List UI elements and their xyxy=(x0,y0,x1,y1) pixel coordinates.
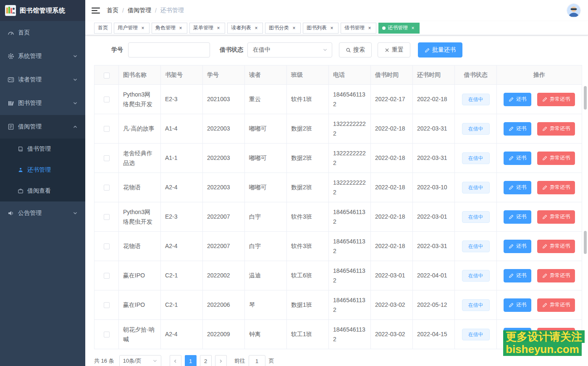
abnormal-return-button[interactable]: 异常还书 xyxy=(537,181,575,194)
tab[interactable]: 用户管理 × xyxy=(114,23,150,34)
tab[interactable]: 借书管理 × xyxy=(341,23,376,34)
edit-icon xyxy=(509,214,514,220)
tab-close-icon[interactable]: × xyxy=(215,25,221,31)
student-id-input[interactable] xyxy=(128,42,210,58)
tab-close-icon[interactable]: × xyxy=(329,25,335,31)
avatar[interactable] xyxy=(567,4,580,17)
cell-borrow-date: 2022-03-02 xyxy=(371,290,413,320)
cell-phone: 18465461132 xyxy=(329,290,371,320)
sidebar-item-system[interactable]: 系统管理 xyxy=(0,44,85,68)
scrollbar-thumb[interactable] xyxy=(584,231,587,254)
tab-close-icon[interactable]: × xyxy=(253,25,259,31)
abnormal-return-button[interactable]: 异常还书 xyxy=(537,152,575,165)
cell-book-name: Python3网络爬虫开发 xyxy=(119,202,161,232)
books-icon xyxy=(8,100,18,107)
abnormal-return-button[interactable]: 异常还书 xyxy=(537,93,575,106)
row-checkbox[interactable] xyxy=(104,185,110,191)
cell-book-name: 凡·高的故事 xyxy=(119,114,161,144)
row-checkbox[interactable] xyxy=(104,155,110,161)
search-button[interactable]: 搜索 xyxy=(339,42,372,58)
row-checkbox[interactable] xyxy=(104,126,110,132)
return-button[interactable]: 还书 xyxy=(504,122,531,136)
page-size-select[interactable]: 10条/页 xyxy=(119,355,161,366)
tab[interactable]: 图书分类 × xyxy=(265,23,301,34)
cell-borrow-date: 2022-02-18 xyxy=(371,202,413,232)
cell-class: 软工6班 xyxy=(287,261,329,290)
row-checkbox[interactable] xyxy=(104,302,110,308)
tab-label: 菜单管理 xyxy=(193,24,213,31)
cell-borrow-date: 2022-03-01 xyxy=(371,261,413,290)
tab[interactable]: 角色管理 × xyxy=(152,23,187,34)
tab-close-icon[interactable]: × xyxy=(410,25,416,31)
scrollbar-thumb[interactable] xyxy=(584,86,587,110)
breadcrumb-home[interactable]: 首页 xyxy=(107,7,118,14)
tab-close-icon[interactable]: × xyxy=(367,25,373,31)
tab-active-dot xyxy=(382,26,386,30)
cell-student-id: 2022003 xyxy=(203,173,245,202)
row-checkbox[interactable] xyxy=(104,97,110,102)
goto-page-input[interactable] xyxy=(249,355,265,366)
sidebar-item-lend-management[interactable]: 借书管理 xyxy=(0,139,85,159)
tab[interactable]: 图书列表 × xyxy=(303,23,339,34)
return-button[interactable]: 还书 xyxy=(504,152,531,165)
row-checkbox[interactable] xyxy=(104,332,110,337)
tab-close-icon[interactable]: × xyxy=(140,25,146,31)
return-button[interactable]: 还书 xyxy=(504,181,531,194)
return-button[interactable]: 还书 xyxy=(504,210,531,224)
select-all-checkbox[interactable] xyxy=(104,73,110,78)
tab[interactable]: 首页 xyxy=(94,23,112,34)
cell-reader: 琴 xyxy=(245,290,287,320)
cell-book-name: 赢在IPO xyxy=(119,290,161,320)
hamburger-icon[interactable] xyxy=(92,6,100,15)
cell-phone: 13222222222 xyxy=(329,173,371,202)
sidebar-item-books[interactable]: 图书管理 xyxy=(0,92,85,115)
tab-close-icon[interactable]: × xyxy=(178,25,184,31)
sidebar-item-return-management[interactable]: 还书管理 xyxy=(0,159,85,180)
reset-button[interactable]: 重置 xyxy=(378,42,410,58)
tab-close-icon[interactable]: × xyxy=(291,25,297,31)
return-button-label: 还书 xyxy=(516,184,526,191)
row-checkbox[interactable] xyxy=(104,214,110,220)
cell-return-date: 2022-02-18 xyxy=(413,85,455,114)
abnormal-return-button[interactable]: 异常还书 xyxy=(537,269,575,282)
cell-phone: 18465461132 xyxy=(329,320,371,349)
sidebar-item-borrowing[interactable]: 借阅管理 xyxy=(0,115,85,139)
status-badge: 在借中 xyxy=(462,241,490,252)
prev-page-button[interactable] xyxy=(170,355,181,366)
return-button[interactable]: 还书 xyxy=(504,93,531,106)
sidebar-item-announcements[interactable]: 公告管理 xyxy=(0,201,85,225)
batch-return-button[interactable]: 批量还书 xyxy=(418,42,462,58)
sidebar-item-readers[interactable]: 读者管理 xyxy=(0,68,85,92)
tab[interactable]: 读者列表 × xyxy=(227,23,263,34)
borrow-status-select[interactable]: 在借中 xyxy=(247,42,332,58)
cell-student-id: 2022006 xyxy=(203,290,245,320)
row-checkbox[interactable] xyxy=(104,243,110,249)
return-button[interactable]: 还书 xyxy=(504,298,531,312)
abnormal-return-button[interactable]: 异常还书 xyxy=(537,122,575,136)
row-checkbox[interactable] xyxy=(104,273,110,279)
cell-book-name: 花物语 xyxy=(119,173,161,202)
cell-shelf: E2-3 xyxy=(161,202,203,232)
tabs-bar: 首页 用户管理 × 角色管理 × 菜单管理 × 读者列表 × 图书分类 × 图书… xyxy=(85,21,588,35)
edit-icon xyxy=(542,97,548,102)
table-header-row: 图书名称 书架号 学号 读者 班级 电话 借书时间 还书时间 借书状态 操作 xyxy=(94,65,582,85)
tab[interactable]: 还书管理 × xyxy=(378,23,420,34)
abnormal-return-button[interactable]: 异常还书 xyxy=(537,240,575,253)
sidebar-item-label: 首页 xyxy=(18,29,78,37)
sidebar-item-borrow-view[interactable]: 借阅查看 xyxy=(0,180,85,201)
tab-label: 图书列表 xyxy=(307,24,327,31)
return-button[interactable]: 还书 xyxy=(504,269,531,282)
cell-shelf: A2-4 xyxy=(161,173,203,202)
return-button[interactable]: 还书 xyxy=(504,240,531,253)
table-row: 赢在IPO C2-1 2022002 温迪 软工6班 18465461132 2… xyxy=(94,261,582,290)
breadcrumb-borrowing[interactable]: 借阅管理 xyxy=(128,7,151,14)
tab[interactable]: 菜单管理 × xyxy=(189,23,225,34)
next-page-button[interactable] xyxy=(215,355,227,366)
abnormal-return-button[interactable]: 异常还书 xyxy=(537,298,575,312)
abnormal-return-button[interactable]: 异常还书 xyxy=(537,210,575,224)
page-button-1[interactable]: 1 xyxy=(185,355,197,366)
page-button-2[interactable]: 2 xyxy=(200,355,212,366)
cell-return-date: 2022-04-15 xyxy=(413,320,455,349)
sidebar-item-home[interactable]: 首页 xyxy=(0,21,85,44)
status-badge: 在借中 xyxy=(462,299,490,311)
